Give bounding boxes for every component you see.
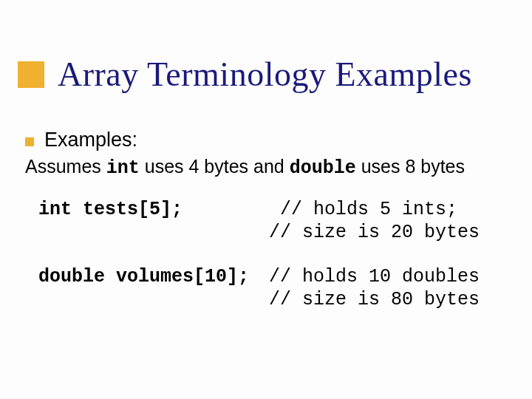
comment-2-line-1: // holds 10 doubles xyxy=(269,266,480,287)
code-block: int tests[5]; // holds 5 ints; // size i… xyxy=(38,198,517,311)
assumes-mid: uses 4 bytes and xyxy=(140,156,290,177)
comments-2: // holds 10 doubles // size is 80 bytes xyxy=(269,265,480,312)
code-row-1: int tests[5]; // holds 5 ints; // size i… xyxy=(38,198,517,245)
bullet-row: Examples: xyxy=(25,129,517,151)
code-row-2: double volumes[10]; // holds 10 doubles … xyxy=(38,265,517,312)
assumes-prefix: Assumes xyxy=(25,156,106,177)
assumes-suffix: uses 8 bytes xyxy=(356,156,465,177)
slide-content: Examples: Assumes int uses 4 bytes and d… xyxy=(25,129,517,332)
comment-1-line-1: // holds 5 ints; xyxy=(269,199,457,220)
title-accent-square xyxy=(18,61,44,88)
slide-title: Array Terminology Examples xyxy=(58,55,472,94)
assumes-double-keyword: double xyxy=(290,157,356,179)
square-bullet-icon xyxy=(25,137,34,146)
declaration-2: double volumes[10]; xyxy=(38,265,269,312)
slide: Array Terminology Examples Examples: Ass… xyxy=(0,0,532,399)
bullet-text: Examples: xyxy=(44,129,137,151)
assumes-int-keyword: int xyxy=(106,157,140,179)
assumes-line: Assumes int uses 4 bytes and double uses… xyxy=(25,156,517,179)
comment-2-line-2: // size is 80 bytes xyxy=(269,289,480,310)
declaration-1: int tests[5]; xyxy=(38,198,269,245)
comments-1: // holds 5 ints; // size is 20 bytes xyxy=(269,198,480,245)
title-row: Array Terminology Examples xyxy=(18,55,517,94)
comment-1-line-2: // size is 20 bytes xyxy=(269,222,480,243)
